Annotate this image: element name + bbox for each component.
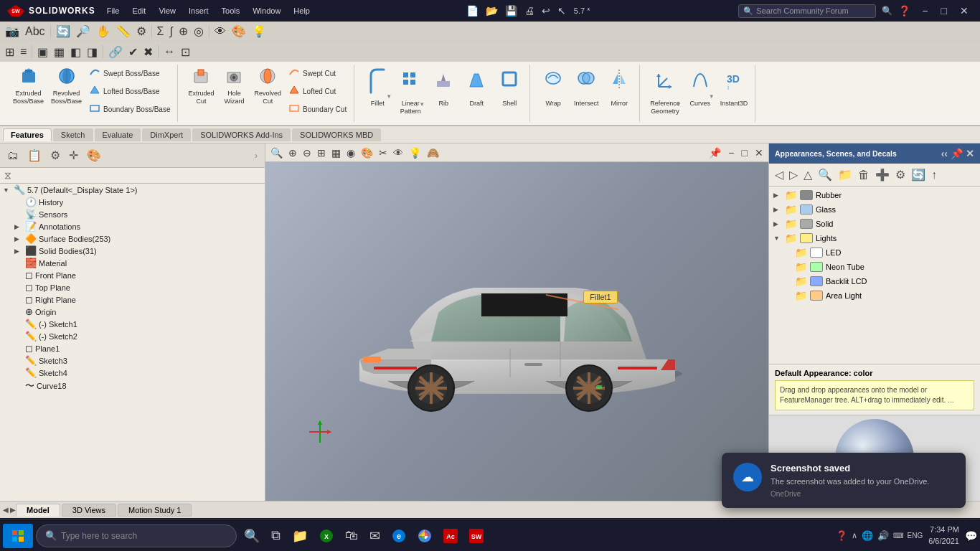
tab-sketch[interactable]: Sketch bbox=[53, 128, 93, 141]
ribbon-btn-revolved-boss[interactable]: RevolvedBoss/Base bbox=[48, 65, 85, 108]
vp-close-icon[interactable]: ✕ bbox=[753, 146, 765, 159]
tree-item[interactable]: ▼ 🔧 5.7 (Default<_Display State 1>) bbox=[0, 184, 265, 196]
notification-icon[interactable]: 💬 bbox=[965, 530, 977, 542]
start-button[interactable] bbox=[3, 524, 33, 548]
tb2-layer2[interactable]: ▦ bbox=[52, 44, 67, 60]
tree-item[interactable]: ✏️ (-) Sketch2 bbox=[0, 330, 265, 342]
ap-forward-icon[interactable]: ▷ bbox=[788, 166, 799, 183]
tb-zoom[interactable]: 🔎 bbox=[74, 23, 93, 39]
tree-item[interactable]: ▶ 🔶 Surface Bodies(253) bbox=[0, 232, 265, 245]
vp-pin-icon[interactable]: 📌 bbox=[707, 146, 723, 159]
tree-item[interactable]: ▶ 📝 Annotations bbox=[0, 220, 265, 232]
ribbon-btn-swept-cut[interactable]: Swept Cut bbox=[286, 65, 349, 82]
ribbon-btn-boundary-boss[interactable]: Boundary Boss/Base bbox=[86, 100, 173, 118]
btab-3dviews[interactable]: 3D Views bbox=[62, 504, 116, 517]
panel-pin-icon[interactable]: 📌 bbox=[951, 148, 963, 159]
ribbon-btn-curves[interactable]: Curves ▼ bbox=[684, 65, 716, 110]
ribbon-btn-intersect[interactable]: Intersect bbox=[570, 65, 602, 110]
tb2-layer3[interactable]: ◧ bbox=[68, 44, 83, 60]
tb2-x[interactable]: ✖ bbox=[141, 44, 155, 60]
tray-up-icon[interactable]: ∧ bbox=[852, 531, 857, 540]
tab-mbd[interactable]: SOLIDWORKS MBD bbox=[292, 128, 381, 141]
ribbon-btn-swept-boss[interactable]: Swept Boss/Base bbox=[86, 65, 173, 82]
tree-item[interactable]: ◻ Right Plane bbox=[0, 293, 265, 306]
tb-pan[interactable]: ✋ bbox=[94, 23, 113, 39]
ribbon-btn-linear-pattern[interactable]: LinearPattern ▼ bbox=[395, 65, 426, 118]
tab-evaluate[interactable]: Evaluate bbox=[95, 128, 141, 141]
tb-render[interactable]: 🎨 bbox=[230, 23, 248, 39]
btab-model[interactable]: Model bbox=[16, 504, 60, 517]
tree-item[interactable]: ✏️ Sketch4 bbox=[0, 367, 265, 379]
tray-keyboard-icon[interactable]: ⌨ bbox=[893, 532, 903, 540]
taskbar-store[interactable]: 🛍 bbox=[341, 525, 362, 546]
tb-sum[interactable]: Σ bbox=[155, 24, 166, 39]
taskbar-mail[interactable]: ✉ bbox=[365, 525, 385, 547]
tray-help-icon[interactable]: ❓ bbox=[836, 530, 847, 541]
appearances-tree-item[interactable]: ▶ 📁 Solid bbox=[769, 217, 980, 231]
taskbar-xbox[interactable]: X bbox=[315, 526, 338, 546]
ribbon-btn-boundary-cut[interactable]: Boundary Cut bbox=[286, 100, 349, 118]
vp-clip-icon[interactable]: ✂ bbox=[377, 146, 390, 159]
ribbon-btn-draft[interactable]: Draft bbox=[461, 65, 492, 110]
tb-func2[interactable]: ⊕ bbox=[176, 23, 190, 39]
tab-dimxpert[interactable]: DimXpert bbox=[142, 128, 191, 141]
viewport-canvas[interactable]: Fillet1 bbox=[265, 162, 768, 501]
taskbar-cortana[interactable]: 🔍 bbox=[240, 525, 264, 547]
tb-func3[interactable]: ◎ bbox=[192, 23, 206, 39]
taskbar-search[interactable]: 🔍 bbox=[36, 524, 237, 547]
tb2-grid[interactable]: ⊞ bbox=[3, 44, 17, 60]
btab-motion-study[interactable]: Motion Study 1 bbox=[118, 504, 192, 517]
search-expand-icon[interactable]: 🔍 bbox=[882, 6, 892, 16]
tree-item[interactable]: ▶ ⬛ Solid Bodies(31) bbox=[0, 245, 265, 257]
filter-icon[interactable]: ⧖ bbox=[4, 169, 11, 182]
ap-settings-icon[interactable]: ⚙ bbox=[894, 166, 907, 183]
btab-scroll-left[interactable]: ◀ bbox=[3, 506, 9, 514]
menu-file[interactable]: File bbox=[101, 5, 126, 17]
print-icon[interactable]: 🖨 bbox=[522, 5, 537, 17]
ap-up-icon[interactable]: △ bbox=[802, 166, 814, 183]
menu-tools[interactable]: Tools bbox=[216, 5, 246, 17]
tb-rotate[interactable]: 🔄 bbox=[54, 23, 72, 39]
menu-insert[interactable]: Insert bbox=[183, 5, 215, 17]
new-icon[interactable]: 📄 bbox=[464, 5, 481, 17]
save-icon[interactable]: 💾 bbox=[503, 5, 519, 17]
maximize-button[interactable]: □ bbox=[936, 4, 953, 18]
system-clock[interactable]: 7:34 PM 6/6/2021 bbox=[928, 524, 959, 547]
vp-minimize-icon[interactable]: − bbox=[726, 146, 736, 159]
vp-zoomout-icon[interactable]: ⊖ bbox=[301, 146, 314, 159]
tb2-snap[interactable]: ⊡ bbox=[179, 44, 192, 60]
config-manager-icon[interactable]: ⚙ bbox=[47, 147, 63, 164]
ribbon-btn-revolved-cut[interactable]: RevolvedCut bbox=[251, 65, 284, 108]
taskbar-solidworks-taskbar[interactable]: SW bbox=[465, 526, 488, 546]
open-icon[interactable]: 📂 bbox=[484, 5, 500, 17]
menu-view[interactable]: View bbox=[153, 5, 182, 17]
tray-volume-icon[interactable]: 🔊 bbox=[877, 530, 889, 541]
tree-item[interactable]: ◻ Top Plane bbox=[0, 281, 265, 293]
vp-zoomin-icon[interactable]: ⊕ bbox=[286, 146, 299, 159]
menu-help[interactable]: Help bbox=[288, 5, 316, 17]
panel-back-icon[interactable]: ‹‹ bbox=[941, 148, 948, 159]
taskbar-search-input[interactable] bbox=[61, 531, 227, 541]
tree-item[interactable]: 🧱 Material bbox=[0, 257, 265, 269]
search-box[interactable]: 🔍 bbox=[738, 4, 876, 18]
tb2-check[interactable]: ✔ bbox=[126, 44, 140, 60]
ribbon-btn-hole-wizard[interactable]: HoleWizard bbox=[218, 65, 250, 108]
minimize-button[interactable]: − bbox=[916, 4, 933, 18]
taskbar-edge[interactable]: e bbox=[387, 526, 410, 546]
vp-views-icon[interactable]: ▦ bbox=[329, 146, 343, 159]
taskbar-explorer[interactable]: 📁 bbox=[288, 525, 312, 547]
tb-text[interactable]: Abc bbox=[23, 24, 47, 39]
ribbon-btn-wrap[interactable]: Wrap bbox=[537, 65, 569, 110]
tree-item[interactable]: 🕐 History bbox=[0, 196, 265, 208]
tree-item[interactable]: ◻ Front Plane bbox=[0, 269, 265, 281]
ap-folder-icon[interactable]: 📁 bbox=[837, 166, 854, 183]
ribbon-btn-extruded-boss[interactable]: ExtrudedBoss/Base bbox=[10, 65, 47, 108]
appearances-tree-item[interactable]: ▼ 📁 Lights bbox=[769, 231, 980, 245]
undo-icon[interactable]: ↩ bbox=[540, 5, 552, 17]
tb-view[interactable]: 👁 bbox=[212, 24, 228, 39]
tb2-move[interactable]: ↔ bbox=[161, 44, 177, 60]
tree-item[interactable]: ⊕ Origin bbox=[0, 306, 265, 318]
tray-network-icon[interactable]: 🌐 bbox=[862, 530, 873, 541]
tb2-link[interactable]: 🔗 bbox=[106, 44, 125, 60]
tree-item[interactable]: ✏️ Sketch3 bbox=[0, 354, 265, 367]
